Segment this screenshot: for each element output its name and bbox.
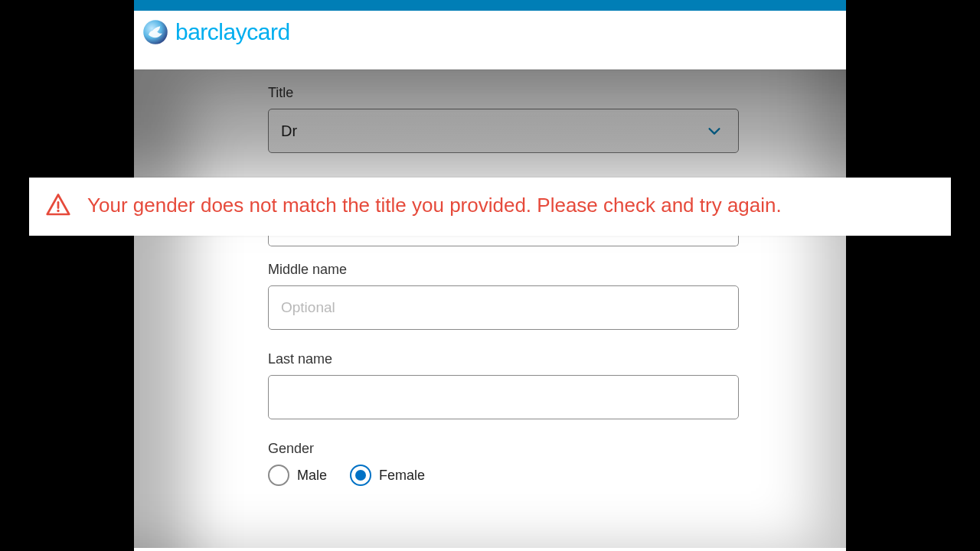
- page-container: barclaycard Title Dr Middle name: [134, 0, 846, 551]
- gender-field: Gender Male Female: [268, 441, 739, 486]
- top-blue-bar: [134, 0, 846, 11]
- gender-radio-female[interactable]: Female: [350, 465, 425, 486]
- svg-point-2: [57, 210, 59, 212]
- middle-name-label: Middle name: [268, 262, 739, 278]
- gender-radio-group: Male Female: [268, 465, 739, 486]
- barclaycard-logo-icon: [142, 18, 169, 46]
- warning-triangle-icon: [44, 191, 72, 219]
- gender-radio-male-label: Male: [297, 468, 327, 484]
- chevron-down-icon: [706, 122, 723, 139]
- title-select[interactable]: Dr: [268, 109, 739, 153]
- gender-radio-female-label: Female: [379, 468, 425, 484]
- last-name-input[interactable]: [268, 375, 739, 419]
- gender-radio-male[interactable]: Male: [268, 465, 327, 486]
- form-content: Title Dr Middle name Last name: [134, 70, 846, 548]
- middle-name-input[interactable]: [268, 285, 739, 330]
- title-selected-value: Dr: [281, 122, 297, 140]
- title-field: Title Dr: [268, 85, 739, 153]
- brand-header: barclaycard: [134, 11, 846, 69]
- last-name-label: Last name: [268, 351, 739, 367]
- title-label: Title: [268, 85, 739, 101]
- radio-unchecked-icon: [268, 465, 289, 486]
- middle-name-field: Middle name: [268, 262, 739, 330]
- error-alert: Your gender does not match the title you…: [29, 178, 951, 236]
- gender-label: Gender: [268, 441, 739, 457]
- brand-name: barclaycard: [175, 19, 290, 45]
- radio-checked-icon: [350, 465, 371, 486]
- last-name-field: Last name: [268, 351, 739, 419]
- error-alert-text: Your gender does not match the title you…: [87, 193, 782, 218]
